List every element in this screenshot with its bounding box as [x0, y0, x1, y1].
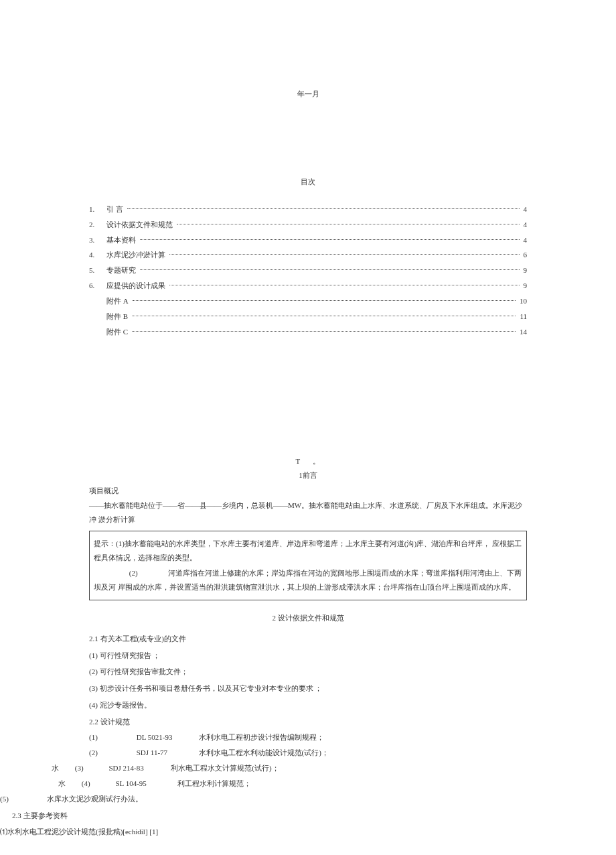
toc-label: 水库泥沙冲淤计算 [106, 248, 168, 262]
toc-row: 附件 A 10 [89, 294, 527, 308]
hint-p2-num: (2) [129, 569, 138, 577]
toc-num: 4. [89, 248, 106, 262]
toc-num [89, 310, 106, 324]
toc-row: 附件 C 14 [89, 325, 527, 339]
toc-row: 5. 专题研究 9 [89, 263, 527, 277]
toc-page: 9 [521, 263, 528, 277]
toc-dots [127, 202, 520, 209]
toc-page: 6 [521, 248, 528, 262]
toc-num: 6. [89, 279, 106, 293]
std-code: SDJ 11-77 [137, 746, 197, 760]
toc-dots [169, 248, 520, 255]
toc-dots [177, 218, 520, 224]
toc-list: 1. 引 言 4 2. 设计依据文件和规范 4 3. 基本资料 4 4. 水库泥… [89, 202, 527, 339]
toc-label: 引 言 [106, 202, 126, 216]
toc-dots [140, 233, 520, 240]
std-idx: (3) [75, 761, 107, 775]
s2-2-heading: 2.2 设计规范 [89, 715, 527, 729]
toc-num: 5. [89, 263, 106, 277]
std-prefix: 水 [52, 761, 73, 775]
toc-dots [169, 279, 520, 285]
toc-row: 6. 应提供的设计成果 9 [89, 279, 527, 293]
standard-row: 水 (3) SDJ 214-83 利水电工程水文计算规范(试行)； [52, 761, 527, 775]
toc-num [89, 294, 106, 308]
toc-label: 附件 C [106, 325, 131, 339]
toc-row: 附件 B 11 [89, 310, 527, 324]
std-desc: 水利水电工程水利动能设计规范(试行)； [199, 748, 329, 757]
standard-row: (1) DL 5021-93 水利水电工程初步设计报告编制规程； [89, 730, 527, 744]
std-desc: 利水电工程水文计算规范(试行)； [171, 764, 279, 772]
toc-page: 4 [521, 218, 528, 232]
list-item: (4) 泥沙专题报告。 [89, 698, 527, 712]
toc-num: 3. [89, 233, 106, 247]
t-marker-line: T 。 [89, 454, 527, 468]
toc-dots [132, 310, 516, 316]
toc-page: 4 [521, 233, 528, 247]
toc-page: 11 [517, 310, 527, 324]
std-idx: (2) [89, 746, 135, 760]
s2-3-heading: 2.3 主要参考资料 [12, 809, 527, 823]
toc-row: 2. 设计依据文件和规范 4 [89, 218, 527, 232]
std-idx: (4) [82, 777, 114, 791]
t-marker: T [296, 457, 301, 465]
toc-dots [140, 263, 520, 270]
toc-title: 目次 [89, 175, 527, 189]
toc-label: 设计依据文件和规范 [106, 218, 175, 232]
hint-p1: 提示：(1)抽水蓄能电站的水库类型，下水库主要有河道库、岸边库和弯道库；上水库主… [94, 537, 522, 565]
standard-row-5: (5) 水库水文泥沙观测试行办法。 [0, 792, 527, 806]
std-desc: 水库水文泥沙观测试行办法。 [47, 795, 143, 803]
preface-title: 1前言 [89, 468, 527, 482]
toc-num: 1. [89, 202, 106, 216]
toc-num [89, 325, 106, 339]
ref-tag: [echidil] [1] [123, 828, 158, 836]
toc-row: 4. 水库泥沙冲淤计算 6 [89, 248, 527, 262]
hint-p2: (2) 河道库指在河道上修建的水库；岸边库指在河边的宽阔地形上围堤而成的水库；弯… [94, 566, 522, 594]
std-idx: (5) [0, 792, 23, 806]
toc-label: 附件 B [106, 310, 131, 324]
std-idx: (1) [89, 730, 135, 744]
std-prefix: 水 [58, 777, 80, 791]
toc-label: 专题研究 [106, 263, 139, 277]
date-line: 年一月 [89, 87, 527, 101]
toc-label: 应提供的设计成果 [106, 279, 168, 293]
std-code: SDJ 214-83 [109, 761, 169, 775]
list-item: (2) 可行性研究报告审批文件； [89, 665, 527, 679]
project-heading: 项目概况 [89, 484, 527, 498]
list-item: (3) 初步设计任务书和项目卷册任务书，以及其它专业对本专业的要求 ； [89, 681, 527, 696]
s2-3-1-text: ⑴水利水电工程泥沙设计规范(报批稿) [0, 828, 123, 836]
s2-3-1: ⑴水利水电工程泥沙设计规范(报批稿)[echidil] [1] [0, 825, 527, 839]
section-2-title: 2 设计依据文件和规范 [89, 611, 527, 625]
toc-row: 1. 引 言 4 [89, 202, 527, 216]
std-code: DL 5021-93 [137, 730, 197, 744]
project-para: ——抽水蓄能电站位于——省——县——乡境内，总装机——MW。抽水蓄能电站由上水库… [89, 499, 527, 527]
dot-marker: 。 [313, 457, 320, 465]
toc-page: 9 [521, 279, 528, 293]
toc-page: 14 [517, 325, 527, 339]
hint-box: 提示：(1)抽水蓄能电站的水库类型，下水库主要有河道库、岸边库和弯道库；上水库主… [89, 531, 527, 600]
hint-p2-text: 河道库指在河道上修建的水库；岸边库指在河边的宽阔地形上围堤而成的水库；弯道库指利… [94, 569, 522, 591]
toc-page: 10 [517, 294, 527, 308]
s2-1-heading: 2.1 有关本工程(或专业)的文件 [89, 632, 527, 646]
toc-dots [132, 325, 516, 332]
standard-row: 水 (4) SL 104-95 利工程水利计算规范； [58, 777, 527, 791]
std-desc: 利工程水利计算规范； [177, 779, 251, 787]
std-desc: 水利水电工程初步设计报告编制规程； [199, 733, 324, 741]
toc-label: 附件 A [106, 294, 131, 308]
toc-label: 基本资料 [106, 233, 139, 247]
list-item: (1) 可行性研究报告 ； [89, 649, 527, 663]
standard-row: (2) SDJ 11-77 水利水电工程水利动能设计规范(试行)； [89, 746, 527, 760]
toc-num: 2. [89, 218, 106, 232]
toc-row: 3. 基本资料 4 [89, 233, 527, 247]
toc-dots [133, 294, 516, 301]
toc-page: 4 [521, 202, 528, 216]
std-code: SL 104-95 [116, 777, 176, 791]
